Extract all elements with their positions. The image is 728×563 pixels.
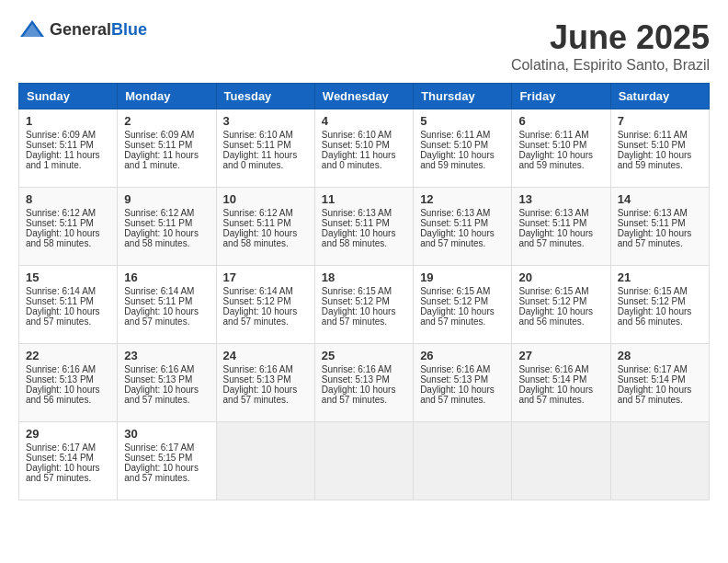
sunrise-label: Sunrise: 6:16 AM (223, 364, 293, 374)
table-row: 19 Sunrise: 6:15 AM Sunset: 5:12 PM Dayl… (414, 266, 512, 344)
day-number: 30 (124, 427, 209, 441)
sunset-label: Sunset: 5:11 PM (223, 218, 291, 228)
table-row: 23 Sunrise: 6:16 AM Sunset: 5:13 PM Dayl… (118, 344, 216, 422)
day-number: 4 (322, 114, 406, 128)
sunset-label: Sunset: 5:14 PM (26, 453, 94, 463)
sunrise-label: Sunrise: 6:15 AM (518, 286, 588, 296)
sunset-label: Sunset: 5:15 PM (124, 453, 192, 463)
table-row: 15 Sunrise: 6:14 AM Sunset: 5:11 PM Dayl… (19, 266, 118, 344)
daylight-label: Daylight: 10 hours and 57 minutes. (420, 228, 495, 248)
table-row (314, 422, 413, 500)
daylight-label: Daylight: 10 hours and 57 minutes. (420, 385, 495, 405)
logo: GeneralBlue (18, 18, 147, 40)
daylight-label: Daylight: 10 hours and 57 minutes. (518, 228, 593, 248)
sunrise-label: Sunrise: 6:13 AM (322, 208, 392, 218)
sunset-label: Sunset: 5:11 PM (223, 140, 291, 150)
day-number: 3 (223, 114, 308, 128)
sunrise-label: Sunrise: 6:15 AM (420, 286, 490, 296)
day-number: 11 (322, 192, 406, 206)
table-row: 26 Sunrise: 6:16 AM Sunset: 5:13 PM Dayl… (414, 344, 512, 422)
daylight-label: Daylight: 10 hours and 57 minutes. (124, 306, 199, 327)
sunset-label: Sunset: 5:10 PM (518, 140, 586, 150)
sunset-label: Sunset: 5:11 PM (124, 296, 192, 306)
logo-blue: Blue (111, 20, 147, 39)
sunset-label: Sunset: 5:12 PM (518, 296, 586, 306)
sunrise-label: Sunrise: 6:14 AM (223, 286, 293, 296)
day-number: 6 (518, 114, 603, 128)
sunset-label: Sunset: 5:11 PM (618, 218, 686, 228)
sunrise-label: Sunrise: 6:10 AM (322, 130, 392, 140)
sunset-label: Sunset: 5:10 PM (420, 140, 488, 150)
table-row: 29 Sunrise: 6:17 AM Sunset: 5:14 PM Dayl… (19, 422, 118, 500)
sunset-label: Sunset: 5:13 PM (26, 374, 94, 385)
day-number: 19 (420, 270, 505, 284)
calendar-week-row: 29 Sunrise: 6:17 AM Sunset: 5:14 PM Dayl… (19, 422, 710, 500)
table-row: 24 Sunrise: 6:16 AM Sunset: 5:13 PM Dayl… (216, 344, 314, 422)
daylight-label: Daylight: 10 hours and 56 minutes. (26, 385, 100, 405)
sunrise-label: Sunrise: 6:17 AM (124, 442, 194, 453)
calendar-header-row: Sunday Monday Tuesday Wednesday Thursday… (19, 84, 710, 109)
sunrise-label: Sunrise: 6:16 AM (420, 364, 490, 374)
daylight-label: Daylight: 10 hours and 57 minutes. (124, 463, 199, 483)
sunrise-label: Sunrise: 6:09 AM (124, 130, 194, 140)
sunset-label: Sunset: 5:11 PM (124, 140, 192, 150)
sunrise-label: Sunrise: 6:11 AM (420, 130, 490, 140)
calendar-table: Sunday Monday Tuesday Wednesday Thursday… (18, 83, 710, 500)
col-monday: Monday (118, 84, 216, 109)
sunset-label: Sunset: 5:13 PM (124, 374, 192, 385)
daylight-label: Daylight: 10 hours and 56 minutes. (518, 306, 593, 327)
day-number: 26 (420, 349, 505, 362)
table-row: 18 Sunrise: 6:15 AM Sunset: 5:12 PM Dayl… (314, 266, 413, 344)
table-row: 20 Sunrise: 6:15 AM Sunset: 5:12 PM Dayl… (512, 266, 610, 344)
sunrise-label: Sunrise: 6:11 AM (518, 130, 588, 140)
table-row: 4 Sunrise: 6:10 AM Sunset: 5:10 PM Dayli… (314, 109, 413, 188)
col-friday: Friday (512, 84, 610, 109)
daylight-label: Daylight: 10 hours and 57 minutes. (223, 385, 298, 405)
table-row: 3 Sunrise: 6:10 AM Sunset: 5:11 PM Dayli… (216, 109, 314, 188)
sunrise-label: Sunrise: 6:16 AM (124, 364, 194, 374)
day-number: 13 (518, 192, 603, 206)
sunset-label: Sunset: 5:10 PM (618, 140, 686, 150)
sunset-label: Sunset: 5:12 PM (223, 296, 291, 306)
location-title: Colatina, Espirito Santo, Brazil (511, 57, 710, 74)
sunset-label: Sunset: 5:11 PM (322, 218, 390, 228)
day-number: 21 (618, 270, 702, 284)
sunset-label: Sunset: 5:13 PM (420, 374, 488, 385)
table-row: 25 Sunrise: 6:16 AM Sunset: 5:13 PM Dayl… (314, 344, 413, 422)
sunrise-label: Sunrise: 6:13 AM (420, 208, 490, 218)
day-number: 9 (124, 192, 209, 206)
calendar-week-row: 15 Sunrise: 6:14 AM Sunset: 5:11 PM Dayl… (19, 266, 710, 344)
sunrise-label: Sunrise: 6:10 AM (223, 130, 293, 140)
daylight-label: Daylight: 11 hours and 1 minute. (124, 150, 199, 170)
sunrise-label: Sunrise: 6:16 AM (518, 364, 588, 374)
table-row: 6 Sunrise: 6:11 AM Sunset: 5:10 PM Dayli… (512, 109, 610, 188)
table-row: 27 Sunrise: 6:16 AM Sunset: 5:14 PM Dayl… (512, 344, 610, 422)
daylight-label: Daylight: 10 hours and 58 minutes. (124, 228, 199, 248)
day-number: 25 (322, 349, 406, 362)
day-number: 23 (124, 349, 209, 362)
table-row: 11 Sunrise: 6:13 AM Sunset: 5:11 PM Dayl… (314, 188, 413, 266)
daylight-label: Daylight: 11 hours and 0 minutes. (223, 150, 298, 170)
sunset-label: Sunset: 5:11 PM (26, 140, 94, 150)
table-row (414, 422, 512, 500)
sunset-label: Sunset: 5:14 PM (618, 374, 686, 385)
day-number: 2 (124, 114, 209, 128)
sunset-label: Sunset: 5:12 PM (322, 296, 390, 306)
table-row: 30 Sunrise: 6:17 AM Sunset: 5:15 PM Dayl… (118, 422, 216, 500)
table-row: 21 Sunrise: 6:15 AM Sunset: 5:12 PM Dayl… (610, 266, 709, 344)
calendar-week-row: 22 Sunrise: 6:16 AM Sunset: 5:13 PM Dayl… (19, 344, 710, 422)
day-number: 16 (124, 270, 209, 284)
day-number: 24 (223, 349, 308, 362)
table-row: 28 Sunrise: 6:17 AM Sunset: 5:14 PM Dayl… (610, 344, 709, 422)
table-row (610, 422, 709, 500)
day-number: 14 (618, 192, 702, 206)
sunset-label: Sunset: 5:11 PM (124, 218, 192, 228)
sunrise-label: Sunrise: 6:17 AM (26, 442, 96, 453)
sunset-label: Sunset: 5:11 PM (26, 296, 94, 306)
sunset-label: Sunset: 5:13 PM (322, 374, 390, 385)
day-number: 10 (223, 192, 308, 206)
day-number: 12 (420, 192, 505, 206)
sunset-label: Sunset: 5:12 PM (420, 296, 488, 306)
day-number: 1 (26, 114, 110, 128)
daylight-label: Daylight: 10 hours and 59 minutes. (618, 150, 692, 170)
